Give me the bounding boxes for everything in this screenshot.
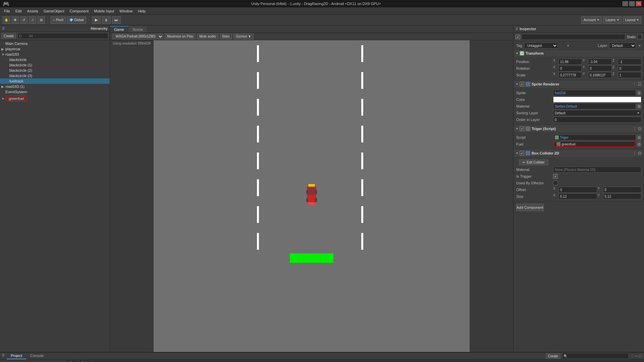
- tree-item-maincamera[interactable]: Main Camera: [0, 41, 110, 46]
- hierarchy-create-btn[interactable]: Create: [1, 33, 16, 39]
- tree-item-blackcircle3[interactable]: blackcircle (3): [0, 73, 110, 78]
- main-toolbar: ✋ ✥ ↺ ⤢ ⊞ ● Pivot 🌍 Global ▶ ⏸ ⏭ Account…: [0, 15, 644, 25]
- order-value[interactable]: 0: [553, 117, 641, 123]
- transform-rotate-tool[interactable]: ↺: [20, 16, 28, 24]
- obj-active-checkbox[interactable]: ✓: [516, 35, 520, 39]
- scale-y[interactable]: 0.1098137: [588, 72, 611, 78]
- step-btn[interactable]: ⏭: [112, 16, 121, 24]
- menu-help[interactable]: Help: [135, 8, 148, 14]
- global-btn[interactable]: 🌍 Global: [67, 16, 86, 24]
- menu-gameobject[interactable]: GameObject: [41, 8, 67, 14]
- effector-checkbox[interactable]: [553, 181, 558, 185]
- sprite-renderer-checkbox[interactable]: ✓: [520, 82, 524, 86]
- material-asset[interactable]: Sprites-Default: [553, 103, 636, 109]
- collider-material-asset[interactable]: None (Physics Material 2D): [553, 167, 641, 173]
- sprite-renderer-options[interactable]: ⋮: [632, 81, 637, 87]
- account-dropdown[interactable]: Account ▼: [581, 16, 602, 24]
- project-maximize-btn[interactable]: □: [639, 354, 641, 358]
- tab-console[interactable]: Console: [26, 353, 48, 359]
- stats-btn[interactable]: Stats: [220, 34, 232, 40]
- rot-x[interactable]: 0: [558, 65, 582, 71]
- pos-y[interactable]: -1.04: [588, 59, 611, 65]
- tab-scene[interactable]: Scene: [128, 26, 147, 33]
- edit-collider-btn[interactable]: ✏ Edit Collider: [519, 160, 548, 165]
- menu-mobileinput[interactable]: Mobile Input: [91, 8, 117, 14]
- gizmos-btn[interactable]: Gizmos ▼: [233, 34, 254, 40]
- scale-x[interactable]: 0.2777778: [558, 72, 582, 78]
- mute-audio-btn[interactable]: Mute audio: [197, 34, 218, 40]
- tree-item-eventsystem[interactable]: EventSystem: [0, 89, 110, 95]
- trigger-script-gear[interactable]: ⚙: [638, 126, 642, 131]
- pos-z[interactable]: -1: [618, 59, 641, 65]
- tree-item-road183-1[interactable]: ▶road183 (1): [0, 84, 110, 89]
- obj-name-input[interactable]: fueltrack: [522, 34, 625, 40]
- tag-dropdown[interactable]: Untagged: [524, 43, 558, 49]
- tab-project[interactable]: Project: [7, 353, 26, 359]
- project-search[interactable]: [562, 353, 629, 359]
- pos-x[interactable]: 11.86: [558, 59, 582, 65]
- project-minimize-btn[interactable]: ─: [635, 354, 638, 358]
- box-collider-header[interactable]: ▼ ✓ Box Collider 2D ⋮ ⚙: [514, 149, 644, 157]
- transform-scale-tool[interactable]: ⤢: [29, 16, 36, 24]
- hierarchy-search[interactable]: [17, 33, 108, 39]
- tree-item-blackcircle2[interactable]: blackcircle (2): [0, 68, 110, 73]
- close-btn[interactable]: ✕: [636, 1, 641, 6]
- menu-window[interactable]: Window: [117, 8, 135, 14]
- menu-assets[interactable]: Assets: [24, 8, 41, 14]
- sprite-renderer-header[interactable]: ▼ ✓ Sprite Renderer ⋮ ☰: [514, 80, 644, 88]
- box-collider-checkbox[interactable]: ✓: [520, 151, 524, 156]
- offset-x[interactable]: 0: [558, 187, 597, 193]
- tree-item-blackcircle[interactable]: blackcircle: [0, 57, 110, 62]
- box-collider-options[interactable]: ⋮: [632, 150, 637, 156]
- fuel-picker-btn[interactable]: ⊙: [637, 141, 641, 147]
- trigger-script-options[interactable]: ⋮: [632, 126, 637, 131]
- pivot-btn[interactable]: ● Pivot: [51, 16, 66, 24]
- static-checkbox[interactable]: [637, 35, 642, 39]
- maximize-btn[interactable]: □: [629, 1, 635, 6]
- transform-hand-tool[interactable]: ✋: [3, 16, 10, 24]
- transform-section-header[interactable]: ▼ Transform: [514, 50, 644, 57]
- pause-btn[interactable]: ⏸: [102, 16, 111, 24]
- minimize-btn[interactable]: ─: [623, 1, 628, 6]
- size-x[interactable]: 5.12: [558, 193, 597, 199]
- menu-file[interactable]: File: [1, 8, 13, 14]
- layers-dropdown[interactable]: Layers ▼: [603, 16, 622, 24]
- sorting-layer-dropdown[interactable]: Default ▼: [553, 110, 641, 116]
- game-viewport: Using resolution 399x639: [110, 40, 513, 352]
- script-picker-btn[interactable]: ⊙: [637, 134, 641, 140]
- offset-y[interactable]: 0: [603, 187, 642, 193]
- maximize-on-play-btn[interactable]: Maximize on Play: [165, 34, 196, 40]
- trigger-script-checkbox[interactable]: ✓: [520, 126, 524, 131]
- menu-component[interactable]: Component: [67, 8, 91, 14]
- layout-dropdown[interactable]: Layout ▼: [623, 16, 641, 24]
- greenfuel-ref-badge[interactable]: greenfuel: [553, 141, 636, 147]
- tree-item-blackcircle1[interactable]: blackcircle (1): [0, 62, 110, 68]
- menu-edit[interactable]: Edit: [13, 8, 24, 14]
- resolution-dropdown[interactable]: WXGA Portrait (800x1280): [112, 34, 163, 40]
- is-trigger-checkbox[interactable]: ✓: [553, 174, 558, 179]
- tree-item-playercar[interactable]: ▶playercar: [0, 46, 110, 52]
- box-collider-gear[interactable]: ⚙: [638, 150, 642, 156]
- sprite-renderer-collapse[interactable]: ☰: [638, 81, 642, 87]
- project-options-btn[interactable]: ⋮: [630, 354, 634, 358]
- scale-z[interactable]: 1: [618, 72, 641, 78]
- rot-y[interactable]: 0: [588, 65, 611, 71]
- sprite-asset[interactable]: fuel256: [553, 90, 636, 96]
- sprite-picker-btn[interactable]: ⊙: [637, 90, 641, 96]
- size-y[interactable]: 5.12: [603, 193, 642, 199]
- tab-game[interactable]: Game: [110, 26, 128, 33]
- tree-item-greenfuel[interactable]: ▼ greenfuel: [0, 95, 110, 103]
- add-component-btn[interactable]: Add Component: [516, 204, 544, 211]
- script-asset[interactable]: Triger: [553, 134, 636, 140]
- play-btn[interactable]: ▶: [92, 16, 101, 24]
- tree-item-road183[interactable]: ▼road183: [0, 52, 110, 57]
- project-create-btn[interactable]: Create: [546, 353, 560, 359]
- color-swatch[interactable]: [553, 97, 641, 103]
- material-picker-btn[interactable]: ⊙: [637, 103, 641, 109]
- trigger-script-header[interactable]: ▼ ✓ Triger (Script) ⋮ ⚙: [514, 125, 644, 132]
- layer-dropdown[interactable]: Default: [609, 43, 636, 49]
- transform-rect-tool[interactable]: ⊞: [38, 16, 45, 24]
- tree-item-fueltrack[interactable]: fueltrack: [0, 78, 110, 84]
- rot-z[interactable]: 0: [618, 65, 641, 71]
- transform-move-tool[interactable]: ✥: [11, 16, 19, 24]
